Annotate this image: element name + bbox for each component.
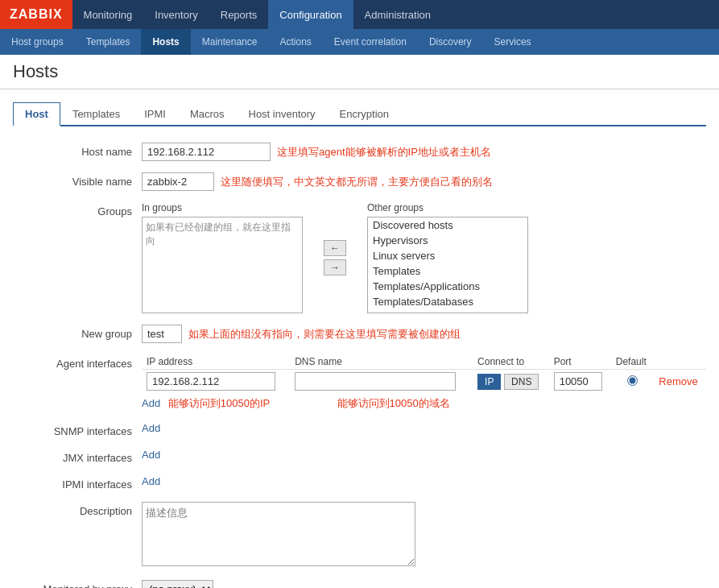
visiblename-field: 这里随便填写，中文英文都无所谓，主要方便自己看的别名	[142, 172, 706, 191]
ipmi-row: IPMI interfaces Add	[13, 475, 706, 491]
tab-templates[interactable]: Templates	[60, 102, 132, 126]
in-groups-box: In groups 如果有已经创建的组，就在这里指向	[142, 202, 303, 313]
other-groups-list[interactable]: Discovered hosts Hypervisors Linux serve…	[367, 217, 528, 313]
tab-encryption[interactable]: Encryption	[328, 102, 401, 126]
top-nav-monitoring[interactable]: Monitoring	[72, 0, 144, 29]
ipmi-add-link[interactable]: Add	[142, 475, 160, 487]
snmp-field: Add	[142, 422, 706, 434]
ip-input[interactable]	[147, 372, 275, 391]
top-nav-inventory[interactable]: Inventory	[143, 0, 209, 29]
proxy-label: Monitored by proxy	[13, 580, 142, 588]
th-actions	[654, 354, 706, 370]
page-title: Hosts	[13, 61, 706, 82]
proxy-field: (no proxy)	[142, 580, 706, 588]
arrow-right-btn[interactable]: →	[324, 259, 346, 275]
connect-dns-btn[interactable]: DNS	[504, 374, 539, 390]
th-ipaddress: IP address	[142, 354, 290, 370]
group-item-templates-apps[interactable]: Templates/Applications	[368, 279, 527, 294]
sub-nav-eventcorrelation[interactable]: Event correlation	[323, 29, 418, 55]
connect-ip-btn[interactable]: IP	[477, 374, 501, 390]
tab-host[interactable]: Host	[13, 102, 60, 126]
agentinterfaces-label: Agent interfaces	[13, 354, 142, 370]
other-groups-label: Other groups	[367, 202, 528, 213]
hostname-row: Host name 这里填写agent能够被解析的IP地址或者主机名	[13, 143, 706, 161]
in-groups-placeholder-text: 如果有已经创建的组，就在这里指向	[146, 221, 299, 248]
group-item-templates[interactable]: Templates	[368, 263, 527, 279]
top-nav-configuration[interactable]: Configuration	[268, 0, 353, 29]
visiblename-label: Visible name	[13, 172, 142, 188]
other-groups-box: Other groups Discovered hosts Hypervisor…	[367, 202, 528, 313]
groups-label: Groups	[13, 202, 142, 217]
group-item-linux[interactable]: Linux servers	[368, 248, 527, 263]
content: Host Templates IPMI Macros Host inventor…	[0, 89, 719, 588]
agentinterfaces-row: Agent interfaces IP address DNS name Con…	[13, 354, 706, 411]
add-interface-row: Add 能够访问到10050的IP 能够访问到10050的域名	[142, 396, 706, 411]
th-default: Default	[611, 354, 655, 370]
remove-link[interactable]: Remove	[659, 375, 697, 387]
proxy-row: Monitored by proxy (no proxy)	[13, 580, 706, 588]
default-radio[interactable]	[627, 375, 638, 386]
top-nav-administration[interactable]: Administration	[353, 0, 442, 29]
hostname-label: Host name	[13, 143, 142, 158]
newgroup-row: New group 如果上面的组没有指向，则需要在这里填写需要被创建的组	[13, 325, 706, 343]
sub-nav-actions[interactable]: Actions	[268, 29, 322, 55]
hostname-field: 这里填写agent能够被解析的IP地址或者主机名	[142, 143, 706, 161]
sub-nav-hosts[interactable]: Hosts	[141, 29, 190, 55]
top-nav-reports[interactable]: Reports	[209, 0, 269, 29]
snmp-add-link[interactable]: Add	[142, 422, 160, 434]
groups-field: In groups 如果有已经创建的组，就在这里指向 ← → Other gro…	[142, 202, 706, 313]
proxy-select[interactable]: (no proxy)	[142, 580, 213, 588]
ipmi-field: Add	[142, 475, 706, 487]
group-arrows: ← →	[319, 202, 351, 313]
tab-hostinventory[interactable]: Host inventory	[237, 102, 328, 126]
top-nav-items: Monitoring Inventory Reports Configurati…	[72, 0, 442, 29]
newgroup-annotation: 如果上面的组没有指向，则需要在这里填写需要被创建的组	[188, 327, 461, 342]
page-header: Hosts	[0, 55, 719, 89]
jmx-add-link[interactable]: Add	[142, 449, 160, 461]
tabs: Host Templates IPMI Macros Host inventor…	[13, 102, 706, 126]
sub-nav-discovery[interactable]: Discovery	[418, 29, 483, 55]
sub-nav-hostgroups[interactable]: Host groups	[0, 29, 75, 55]
tab-ipmi[interactable]: IPMI	[132, 102, 178, 126]
hostname-input[interactable]	[142, 143, 271, 161]
th-connectto: Connect to	[473, 354, 549, 370]
visiblename-input[interactable]	[142, 172, 214, 191]
description-row: Description	[13, 502, 706, 569]
logo: ZABBIX	[0, 0, 72, 29]
group-item-templates-mod[interactable]: Templates/Modules	[368, 309, 527, 313]
snmp-row: SNMP interfaces Add	[13, 422, 706, 437]
ip-annotation: 能够访问到10050的IP	[168, 397, 270, 409]
description-label: Description	[13, 502, 142, 517]
newgroup-input[interactable]	[142, 325, 182, 343]
sub-nav-services[interactable]: Services	[483, 29, 543, 55]
sub-nav: Host groups Templates Hosts Maintenance …	[0, 29, 719, 55]
group-item-discovered[interactable]: Discovered hosts	[368, 217, 527, 233]
sub-nav-maintenance[interactable]: Maintenance	[191, 29, 269, 55]
description-textarea[interactable]	[142, 502, 415, 566]
visiblename-annotation: 这里随便填写，中文英文都无所谓，主要方便自己看的别名	[221, 175, 493, 189]
jmx-row: JMX interfaces Add	[13, 449, 706, 464]
in-groups-label: In groups	[142, 202, 303, 213]
jmx-label: JMX interfaces	[13, 449, 142, 464]
hostname-annotation: 这里填写agent能够被解析的IP地址或者主机名	[277, 145, 491, 159]
agentinterfaces-field: IP address DNS name Connect to Port Defa…	[142, 354, 706, 411]
arrow-left-btn[interactable]: ←	[324, 240, 346, 256]
sub-nav-templates[interactable]: Templates	[75, 29, 142, 55]
group-item-hypervisors[interactable]: Hypervisors	[368, 233, 527, 248]
port-input[interactable]	[554, 372, 602, 391]
jmx-field: Add	[142, 449, 706, 461]
groups-row: Groups In groups 如果有已经创建的组，就在这里指向 ← → Ot	[13, 202, 706, 313]
top-nav: ZABBIX Monitoring Inventory Reports Conf…	[0, 0, 719, 29]
snmp-label: SNMP interfaces	[13, 422, 142, 437]
ipmi-label: IPMI interfaces	[13, 475, 142, 491]
dns-annotation: 能够访问到10050的域名	[337, 397, 450, 409]
in-groups-list[interactable]: 如果有已经创建的组，就在这里指向	[142, 217, 303, 313]
add-interface-link[interactable]: Add	[142, 397, 160, 409]
dns-input[interactable]	[295, 372, 456, 391]
newgroup-label: New group	[13, 325, 142, 340]
tab-macros[interactable]: Macros	[178, 102, 237, 126]
description-field	[142, 502, 706, 569]
interface-row: IP DNS Remove	[142, 370, 706, 394]
th-port: Port	[549, 354, 611, 370]
group-item-templates-db[interactable]: Templates/Databases	[368, 294, 527, 309]
